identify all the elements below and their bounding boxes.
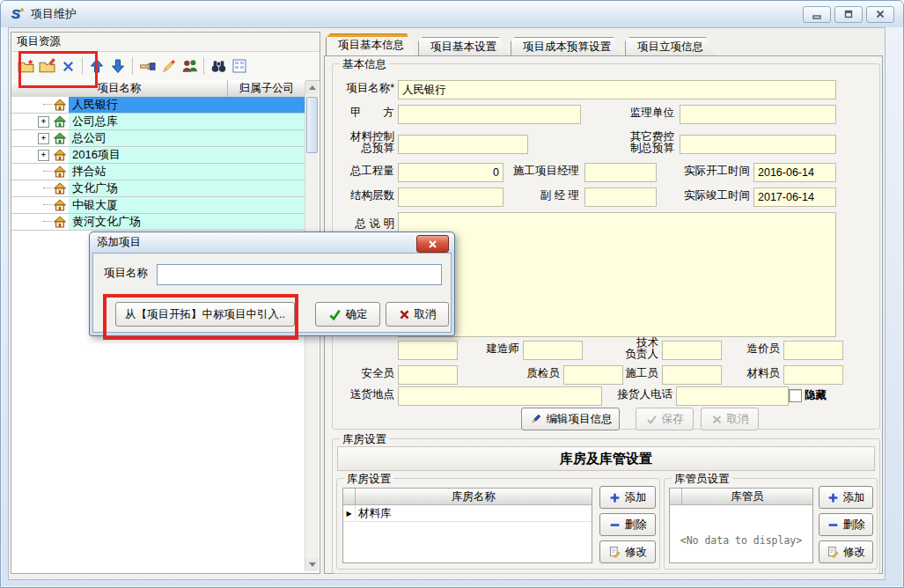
- house-icon: [53, 148, 67, 162]
- users-button[interactable]: [179, 55, 200, 77]
- dialog-name-input[interactable]: [157, 264, 442, 285]
- safety-officer-label: 安全员: [354, 365, 394, 383]
- project-name-label: 项目名称*: [334, 80, 394, 98]
- titlebar: S 项目维护: [1, 1, 903, 27]
- remove-label: 删除: [843, 518, 865, 533]
- move-down-button[interactable]: [107, 55, 129, 77]
- tree-row-boc-tower[interactable]: 中银大厦: [11, 197, 305, 214]
- receiver-phone-label: 接货人电话: [604, 386, 672, 404]
- keeper-add-button[interactable]: 添加: [819, 486, 873, 509]
- warehouse-row[interactable]: ▶ 材料库: [343, 505, 592, 522]
- tech-lead-field[interactable]: [662, 341, 722, 360]
- grid-view-button[interactable]: [229, 55, 250, 77]
- warehouse-name-column-header[interactable]: 库房名称: [356, 489, 592, 504]
- cost-estimator-field[interactable]: [783, 341, 843, 360]
- tab-project-basic-info[interactable]: 项目基本信息: [326, 33, 416, 56]
- tree-row-culture-plaza[interactable]: 文化广场: [11, 180, 305, 197]
- project-name-field[interactable]: 人民银行: [398, 80, 836, 99]
- tree-row-mixing-station[interactable]: 拌合站: [11, 164, 305, 180]
- search-button[interactable]: [208, 55, 229, 77]
- actual-start-field[interactable]: 2016-06-14: [753, 163, 836, 182]
- dialog-ok-button[interactable]: 确定: [315, 302, 380, 327]
- minus-icon: [827, 519, 839, 531]
- house-icon: [53, 215, 67, 229]
- material-officer-label: 材料员: [739, 365, 780, 383]
- keeper-remove-button[interactable]: 删除: [819, 513, 873, 536]
- keeper-group: 库管员设置 库管员 <No data to display> 添加 删除: [664, 478, 878, 570]
- tab-project-cost-budget-settings[interactable]: 项目成本预算设置: [511, 37, 623, 56]
- warehouse-table: 库房名称 ▶ 材料库: [342, 488, 592, 563]
- scroll-up-icon[interactable]: [305, 81, 319, 94]
- delivery-address-label: 送货地点: [334, 386, 394, 404]
- quality-inspector-field[interactable]: [563, 365, 623, 385]
- keeper-column-header[interactable]: 库管员: [682, 489, 812, 504]
- tree-row-renmin-bank[interactable]: 人民银行: [11, 97, 305, 114]
- scroll-down-icon[interactable]: [305, 558, 319, 571]
- marker-column: [343, 489, 356, 504]
- material-budget-label: 材料控制 总预算: [334, 129, 394, 156]
- close-button[interactable]: [866, 6, 894, 23]
- tree-row-2016-projects[interactable]: + 2016项目: [11, 147, 305, 164]
- actual-finish-label: 实际竣工时间: [676, 187, 750, 205]
- toolbar-separator: [203, 57, 204, 75]
- tree-item-label: 人民银行: [69, 97, 305, 113]
- receiver-phone-field[interactable]: [676, 386, 789, 406]
- minimize-button[interactable]: [803, 6, 831, 23]
- scrollbar-thumb[interactable]: [306, 97, 318, 153]
- structure-layers-field[interactable]: [398, 187, 503, 207]
- total-quantity-field[interactable]: 0: [398, 163, 503, 182]
- construction-pm-label: 施工项目经理: [502, 163, 579, 180]
- other-fee-budget-field[interactable]: [680, 135, 836, 154]
- tree-row-head-company[interactable]: + 总公司: [11, 130, 305, 147]
- ok-check-icon: [328, 308, 342, 321]
- builder-field[interactable]: [523, 341, 583, 360]
- expand-icon[interactable]: +: [38, 133, 49, 144]
- tech-lead-label: 技术 负责人: [618, 335, 658, 362]
- annotation-toolbar-highlight: [18, 51, 98, 88]
- warehouse-remove-button[interactable]: 删除: [599, 513, 656, 536]
- delivery-address-field[interactable]: [398, 386, 602, 406]
- supervisor-unit-field[interactable]: [680, 105, 836, 124]
- covered-field[interactable]: [398, 341, 458, 360]
- tab-project-approval-info[interactable]: 项目立项信息: [625, 37, 716, 56]
- material-budget-field[interactable]: [398, 135, 528, 154]
- row-marker-icon: ▶: [343, 505, 356, 521]
- other-fee-budget-label: 其它费控 制总预算: [616, 129, 674, 156]
- general-note-textarea[interactable]: [398, 212, 836, 337]
- arrow-down-icon: [110, 58, 126, 74]
- edit-pencil-button[interactable]: [158, 55, 179, 77]
- edit-project-info-label: 编辑项目信息: [547, 412, 613, 427]
- restore-icon: [842, 8, 855, 20]
- tab-project-basic-settings[interactable]: 项目基本设置: [418, 37, 509, 56]
- tree-row-yellow-river-plaza[interactable]: 黄河文化广场: [11, 214, 305, 231]
- cancel-label: 取消: [415, 307, 437, 322]
- binoculars-icon: [210, 58, 227, 75]
- material-officer-field[interactable]: [783, 365, 843, 385]
- actual-finish-field[interactable]: 2017-06-14: [753, 187, 836, 207]
- save-button[interactable]: 保存: [636, 408, 694, 430]
- house-icon: [53, 181, 67, 195]
- warehouse-add-button[interactable]: 添加: [599, 486, 656, 509]
- expand-icon[interactable]: +: [38, 116, 49, 128]
- tree-row-company-store[interactable]: + 公司总库: [11, 114, 305, 130]
- warehouse-group-title: 库房设置: [340, 432, 389, 447]
- deputy-manager-field[interactable]: [584, 187, 657, 207]
- safety-officer-field[interactable]: [398, 365, 458, 385]
- construction-pm-field[interactable]: [584, 163, 657, 182]
- assign-button[interactable]: [136, 55, 158, 77]
- basic-info-group-title: 基本信息: [340, 57, 389, 72]
- cancel-button[interactable]: 取消: [701, 408, 759, 430]
- keeper-modify-button[interactable]: 修改: [819, 540, 873, 563]
- construction-worker-field[interactable]: [662, 365, 722, 385]
- expand-icon[interactable]: +: [38, 150, 49, 161]
- construction-worker-label: 施工员: [618, 365, 658, 383]
- restore-button[interactable]: [834, 6, 863, 23]
- column-header-subcompany[interactable]: 归属子公司: [228, 80, 305, 97]
- dialog-close-button[interactable]: [416, 235, 449, 253]
- tree-item-label: 公司总库: [69, 114, 305, 129]
- hide-checkbox[interactable]: [789, 389, 802, 402]
- edit-project-info-button[interactable]: 编辑项目信息: [521, 408, 620, 430]
- dialog-cancel-button[interactable]: 取消: [386, 302, 449, 327]
- party-a-field[interactable]: [398, 105, 581, 124]
- warehouse-modify-button[interactable]: 修改: [599, 540, 656, 563]
